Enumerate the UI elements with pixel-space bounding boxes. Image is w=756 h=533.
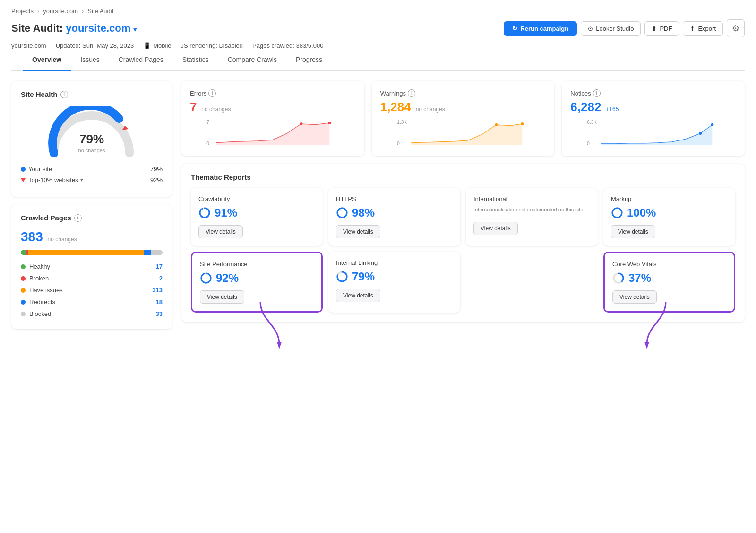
tabs: Overview Issues Crawled Pages Statistics… [11, 49, 745, 71]
svg-text:7: 7 [206, 120, 209, 125]
top10-label: Top-10% websites [28, 176, 78, 183]
left-panel: Site Health i 79% no changes [11, 81, 172, 329]
svg-point-14 [200, 208, 209, 218]
breadcrumb-domain[interactable]: yoursite.com [43, 8, 78, 15]
svg-point-16 [337, 208, 347, 218]
arrow-2 [637, 302, 675, 349]
crawlability-pct: 91% [198, 206, 315, 219]
broken-dot [21, 276, 26, 281]
international-btn[interactable]: View details [473, 222, 518, 235]
site-health-label: Site Health [21, 90, 58, 98]
svg-text:6.3K: 6.3K [587, 120, 597, 125]
https-btn[interactable]: View details [336, 225, 380, 238]
pb-issues [28, 250, 144, 255]
thematic-crawlability: Crawlability 91% View details [191, 188, 323, 246]
markup-ring [611, 207, 623, 219]
redirects-dot [21, 300, 26, 305]
crawled-total-row: 383 no changes [21, 229, 163, 245]
svg-point-7 [495, 123, 498, 126]
looker-button[interactable]: ⊙ Looker Studio [581, 21, 641, 36]
gear-icon: ⚙ [732, 24, 739, 33]
issues-dot [21, 288, 26, 293]
errors-card: Errors i 7 no changes 7 0 [181, 81, 364, 156]
warnings-num: 1,284 [380, 100, 411, 114]
page-title: Site Audit: yoursite.com ▾ [11, 22, 137, 35]
svg-point-20 [201, 273, 211, 283]
crawlability-ring [198, 207, 211, 219]
main-content: Site Health i 79% no changes [0, 71, 756, 339]
https-pct: 98% [336, 206, 453, 219]
app-container: Projects › yoursite.com › Site Audit Sit… [0, 0, 756, 533]
header: Projects › yoursite.com › Site Audit Sit… [0, 0, 756, 49]
blocked-label: Blocked [29, 310, 51, 317]
site-link[interactable]: yoursite.com [66, 22, 130, 34]
svg-point-18 [612, 208, 622, 218]
notices-info-icon[interactable]: i [593, 89, 601, 97]
rerun-label: Rerun campaign [520, 25, 568, 32]
settings-button[interactable]: ⚙ [727, 19, 745, 37]
markup-title: Markup [611, 195, 728, 202]
looker-icon: ⊙ [588, 25, 593, 32]
site-chevron[interactable]: ▾ [133, 26, 137, 33]
thematic-row2: Site Performance 92% View details [191, 252, 735, 313]
svg-point-8 [521, 122, 524, 125]
tab-statistics[interactable]: Statistics [173, 49, 218, 71]
meta-domain: yoursite.com [11, 42, 46, 49]
export-button[interactable]: ⬆ Export [683, 21, 723, 36]
svg-point-4 [328, 122, 331, 124]
thematic-core-web-vitals: Core Web Vitals 37% View details [603, 252, 735, 313]
site-health-info-icon[interactable]: i [60, 91, 68, 98]
page-title-text: Site Audit: [11, 22, 63, 34]
crawl-item-redirects[interactable]: Redirects 18 [21, 296, 163, 308]
pdf-label: PDF [660, 25, 672, 32]
crawl-item-broken[interactable]: Broken 2 [21, 272, 163, 284]
internal-linking-btn[interactable]: View details [336, 289, 380, 302]
svg-point-12 [711, 123, 714, 126]
notices-sub: +165 [606, 106, 619, 113]
crawled-progress-bar [21, 250, 163, 255]
errors-info-icon[interactable]: i [208, 89, 216, 97]
redirects-val: 18 [156, 298, 163, 306]
errors-chart: 7 0 [190, 119, 356, 148]
core-web-vitals-title: Core Web Vitals [612, 261, 726, 268]
your-site-label: Your site [28, 166, 52, 173]
rerun-button[interactable]: ↻ Rerun campaign [504, 21, 577, 36]
export-icon: ⬆ [690, 25, 695, 32]
healthy-dot [21, 264, 26, 269]
meta-updated: Updated: Sun, May 28, 2023 [56, 42, 134, 49]
crawlability-btn[interactable]: View details [198, 225, 243, 238]
thematic-reports-card: Thematic Reports Crawlability 91% [181, 164, 745, 322]
svg-marker-21 [277, 342, 282, 349]
top10-chevron[interactable]: ▾ [80, 177, 83, 183]
pdf-button[interactable]: ⬆ PDF [644, 21, 679, 36]
crawlability-title: Crawlability [198, 195, 315, 202]
crawled-pages-info-icon[interactable]: i [74, 214, 82, 222]
issues-label: Have issues [29, 287, 63, 294]
international-note: Internationalization not implemented on … [473, 206, 590, 213]
warnings-label: Warnings i [380, 89, 546, 97]
your-site-val: 79% [150, 166, 163, 173]
errors-num-row: 7 no changes [190, 100, 356, 114]
crawl-item-blocked[interactable]: Blocked 33 [21, 308, 163, 320]
tab-overview[interactable]: Overview [23, 49, 71, 71]
breadcrumb-sep1: › [37, 8, 39, 15]
svg-text:1.3K: 1.3K [397, 120, 407, 125]
mobile-icon: 📱 [143, 42, 151, 49]
crawled-pages-card: Crawled Pages i 383 no changes [11, 204, 172, 329]
tab-progress[interactable]: Progress [286, 49, 332, 71]
core-web-vitals-pct: 37% [612, 271, 726, 285]
broken-label: Broken [29, 275, 49, 282]
warnings-info-icon[interactable]: i [408, 89, 415, 97]
crawled-subtitle: no changes [48, 236, 77, 243]
site-performance-btn[interactable]: View details [200, 290, 244, 304]
ewn-row: Errors i 7 no changes 7 0 [181, 81, 745, 156]
crawl-item-issues[interactable]: Have issues 313 [21, 284, 163, 296]
crawl-item-healthy[interactable]: Healthy 17 [21, 261, 163, 272]
tab-issues[interactable]: Issues [71, 49, 109, 71]
pdf-icon: ⬆ [652, 25, 657, 32]
breadcrumb-projects[interactable]: Projects [11, 8, 34, 15]
tab-crawled-pages[interactable]: Crawled Pages [109, 49, 173, 71]
tab-compare-crawls[interactable]: Compare Crawls [218, 49, 286, 71]
svg-point-3 [300, 122, 302, 125]
markup-btn[interactable]: View details [611, 225, 655, 238]
